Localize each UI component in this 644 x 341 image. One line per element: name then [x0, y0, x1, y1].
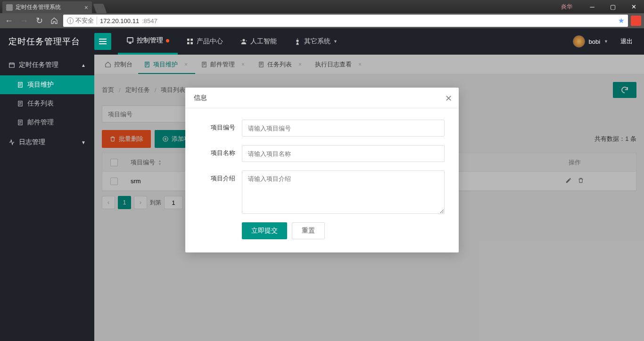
topnav-ai-label: 人工智能 [250, 37, 277, 46]
sidebar-item-mail-label: 邮件管理 [27, 118, 54, 127]
sidebar-group-task[interactable]: 定时任务管理 ▲ [0, 55, 94, 75]
svg-rect-1 [187, 39, 190, 41]
sidebar-group-log[interactable]: 日志管理 ▼ [0, 132, 94, 153]
window-maximize-button[interactable]: ▢ [603, 0, 623, 13]
browser-profile-name[interactable]: 炎华 [561, 3, 572, 11]
svg-rect-2 [190, 39, 193, 41]
submit-button[interactable]: 立即提交 [242, 222, 287, 239]
sidebar-toggle-button[interactable] [94, 33, 111, 50]
avatar[interactable] [573, 35, 585, 48]
extension-icon[interactable] [631, 16, 641, 26]
url-port: :8547 [142, 17, 157, 24]
field-name-input[interactable] [242, 145, 445, 162]
sidebar-item-project[interactable]: 项目维护 [0, 75, 94, 94]
topnav-control-label: 控制管理 [137, 36, 163, 45]
tab-favicon [6, 4, 13, 11]
user-chevron-down-icon: ▼ [604, 39, 608, 44]
chevron-down-icon: ▼ [333, 39, 338, 44]
notification-dot [166, 39, 169, 42]
field-code-label: 项目编号 [199, 120, 242, 132]
back-button[interactable]: ← [3, 15, 15, 27]
insecure-icon: i [67, 17, 74, 24]
sidebar-group-task-label: 定时任务管理 [19, 61, 58, 69]
calendar-icon [8, 62, 15, 68]
app-header: 定时任务管理平台 控制管理 产品中心 人工智能 其它系统 ▼ bobi ▼ 退出 [0, 28, 644, 55]
topnav-control[interactable]: 控制管理 [118, 28, 178, 55]
topnav-product[interactable]: 产品中心 [178, 28, 231, 55]
mail-icon [17, 119, 24, 126]
svg-rect-3 [187, 42, 190, 44]
sidebar-group-log-label: 日志管理 [19, 138, 45, 146]
field-code-input[interactable] [242, 120, 445, 137]
topnav-other[interactable]: 其它系统 ▼ [285, 28, 346, 55]
topnav-product-label: 产品中心 [197, 37, 223, 46]
tab-title: 定时任务管理系统 [16, 3, 61, 11]
document-icon [17, 81, 24, 88]
field-intro-label: 项目介绍 [199, 170, 242, 183]
browser-address-bar: ← → ↻ i 不安全 172.20.100.11:8547 ★ [0, 13, 644, 28]
close-tab-icon[interactable]: × [84, 4, 88, 11]
window-close-button[interactable]: ✕ [623, 0, 644, 13]
forward-button[interactable]: → [18, 15, 30, 27]
svg-rect-7 [9, 63, 15, 67]
chevron-up-icon: ▲ [81, 63, 86, 68]
username[interactable]: bobi [589, 38, 601, 45]
topnav-ai[interactable]: 人工智能 [231, 28, 285, 55]
home-button[interactable] [48, 15, 60, 27]
browser-tab[interactable]: 定时任务管理系统 × [2, 1, 92, 13]
field-name-label: 项目名称 [199, 145, 242, 157]
field-intro-textarea[interactable] [242, 170, 445, 214]
modal-close-button[interactable]: ✕ [445, 93, 452, 104]
sidebar-item-mail[interactable]: 邮件管理 [0, 113, 94, 132]
activity-icon [8, 139, 15, 146]
logout-link[interactable]: 退出 [620, 37, 633, 46]
info-modal: 信息 ✕ 项目编号 项目名称 项目介绍 立即提交 重置 [185, 88, 459, 252]
svg-rect-4 [190, 42, 193, 44]
svg-point-5 [243, 39, 245, 41]
sidebar-item-project-label: 项目维护 [27, 81, 54, 89]
url-field[interactable]: i 不安全 172.20.100.11:8547 ★ [63, 15, 628, 27]
reload-button[interactable]: ↻ [33, 15, 45, 27]
topnav-other-label: 其它系统 [304, 37, 330, 46]
reset-button[interactable]: 重置 [292, 222, 325, 239]
bookmark-star-icon[interactable]: ★ [618, 16, 624, 25]
svg-point-6 [297, 40, 298, 42]
window-minimize-button[interactable]: ─ [582, 0, 603, 13]
new-tab-button[interactable] [93, 4, 107, 13]
modal-title: 信息 [194, 94, 207, 102]
url-host: 172.20.100.11 [100, 17, 139, 24]
chevron-down-icon: ▼ [81, 140, 86, 145]
app-logo-text: 定时任务管理平台 [0, 28, 94, 55]
list-icon [17, 100, 24, 107]
sidebar: 定时任务管理 ▲ 项目维护 任务列表 邮件管理 日志管理 ▼ [0, 55, 94, 341]
browser-title-bar: 定时任务管理系统 × 炎华 ─ ▢ ✕ [0, 0, 644, 13]
sidebar-item-tasklist-label: 任务列表 [27, 99, 54, 108]
insecure-label: 不安全 [75, 16, 94, 25]
svg-rect-0 [127, 38, 133, 42]
sidebar-item-tasklist[interactable]: 任务列表 [0, 94, 94, 113]
